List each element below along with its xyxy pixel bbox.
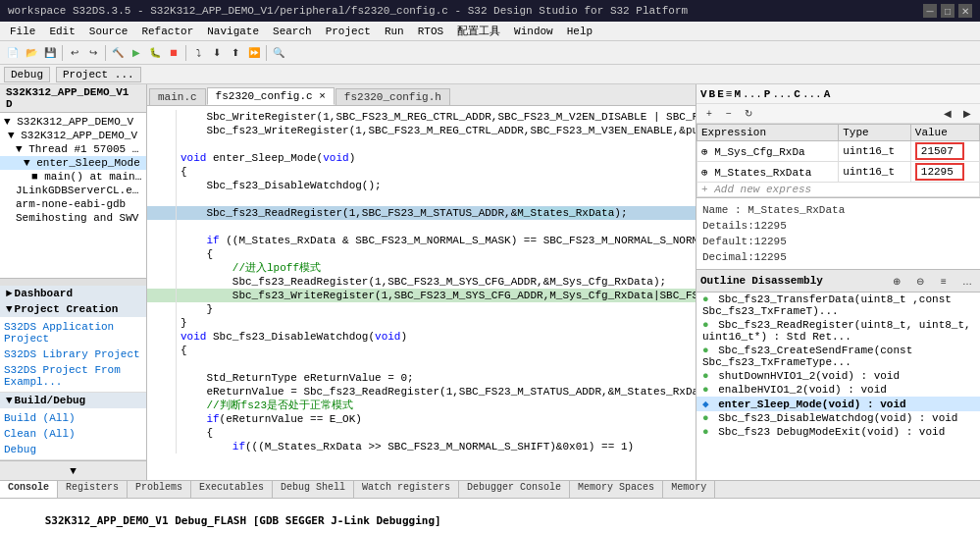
btab-memory-spaces[interactable]: Memory Spaces — [570, 481, 663, 498]
outline-dot-7: ● — [702, 426, 709, 438]
project-tab[interactable]: Project ... — [56, 67, 141, 82]
debug-btn[interactable]: 🐛 — [146, 44, 164, 62]
menu-search[interactable]: Search — [267, 25, 318, 38]
minimize-button[interactable]: ─ — [923, 4, 937, 18]
right-p-label: P — [764, 88, 771, 100]
dashboard-header[interactable]: ► Dashboard — [0, 286, 146, 301]
left-panel-expand[interactable]: ▼ — [0, 460, 146, 480]
outline-btn-2[interactable]: ⊖ — [911, 272, 929, 290]
tab-fs2320-config-c[interactable]: fs2320_config.c × — [207, 87, 335, 105]
project-tree-title: S32K312_APP_DEMO_V1 D — [6, 86, 140, 110]
btab-console[interactable]: Console — [0, 481, 58, 498]
btab-problems[interactable]: Problems — [128, 481, 191, 498]
outline-btn-1[interactable]: ⊕ — [888, 272, 905, 290]
nav-example-project[interactable]: S32DS Project From Exampl... — [0, 362, 146, 390]
bottom-panel: Console Registers Problems Executables D… — [0, 480, 980, 533]
tree-item-1[interactable]: ▼ S32K312_APP_DEMO_V — [0, 129, 146, 142]
window-controls[interactable]: ─ □ ✕ — [923, 4, 972, 18]
outline-list: ● Sbc_fs23_TransferData(uint8_t ,const S… — [696, 293, 980, 480]
stop-btn[interactable]: ⏹ — [165, 44, 182, 62]
tab-fs2320-config-h[interactable]: fs2320_config.h — [335, 88, 450, 105]
btab-watch-reg[interactable]: Watch registers — [354, 481, 459, 498]
bottom-tab-bar: Console Registers Problems Executables D… — [0, 481, 980, 499]
nav-lib-project[interactable]: S32DS Library Project — [0, 346, 146, 362]
tree-item-gdb[interactable]: arm-none-eabi-gdb — [0, 197, 146, 211]
run-btn[interactable]: ▶ — [128, 44, 145, 62]
outline-btn-4[interactable]: … — [958, 272, 976, 290]
menu-help[interactable]: Help — [561, 25, 598, 38]
nav-clean-all[interactable]: Clean (All) — [0, 426, 146, 442]
btab-memory[interactable]: Memory — [663, 481, 715, 498]
expr-row-add[interactable]: + Add new express — [697, 183, 980, 197]
right-refresh-btn[interactable]: ↻ — [740, 105, 757, 123]
btab-debug-shell[interactable]: Debug Shell — [273, 481, 354, 498]
btab-debugger-console[interactable]: Debugger Console — [459, 481, 570, 498]
tab-main-c[interactable]: main.c — [149, 88, 206, 105]
menu-config-tools[interactable]: 配置工具 — [451, 23, 506, 39]
search-toolbar-btn[interactable]: 🔍 — [270, 44, 287, 62]
open-btn[interactable]: 📂 — [23, 44, 40, 62]
nav-app-project[interactable]: S32DS Application Project — [0, 319, 146, 346]
close-button[interactable]: ✕ — [958, 4, 972, 18]
tree-item-2[interactable]: ▼ Thread #1 57005 (Su — [0, 142, 146, 156]
debug-tab[interactable]: Debug — [4, 67, 50, 82]
outline-title[interactable]: Outline — [700, 275, 746, 287]
outline-item-1[interactable]: ● Sbc_fs23_ReadRegister(uint8_t, uint8_t… — [696, 318, 980, 344]
disassembly-title[interactable]: Disassembly — [751, 275, 823, 287]
right-remove-btn[interactable]: − — [720, 105, 738, 123]
right-collapse-btn[interactable]: ◀ — [939, 105, 956, 123]
tree-item-jlink[interactable]: JLinkGDBServerCL.e... — [0, 184, 146, 197]
step-into-btn[interactable]: ⬇ — [208, 44, 226, 62]
menu-refactor[interactable]: Refactor — [135, 25, 199, 38]
right-panel-toolbar: V B E ≡ M ... P ... C ... A — [696, 84, 980, 104]
project-creation-header[interactable]: ▼ Project Creation — [0, 301, 146, 317]
outline-item-2[interactable]: ● Sbc_fs23_CreateSendFrame(const Sbc_fs2… — [696, 344, 980, 369]
outline-item-7[interactable]: ● Sbc_fs23 DebugModeExit(void) : void — [696, 425, 980, 439]
outline-item-enter-sleep[interactable]: ◆ enter_Sleep_Mode(void) : void — [696, 397, 980, 411]
save-btn[interactable]: 💾 — [41, 44, 59, 62]
tree-item-enter-sleep[interactable]: ▼ enter_Sleep_Mode — [0, 156, 146, 170]
undo-btn[interactable]: ↩ — [66, 44, 83, 62]
right-add-btn[interactable]: + — [700, 105, 718, 123]
nav-build-all[interactable]: Build (All) — [0, 410, 146, 426]
nav-debug[interactable]: Debug — [0, 442, 146, 457]
outline-dot-6: ● — [702, 412, 709, 424]
step-over-btn[interactable]: ⤵ — [189, 44, 207, 62]
outline-item-3[interactable]: ● shutDownHVIO1_2(void) : void — [696, 369, 980, 383]
outline-item-6[interactable]: ● Sbc_fs23_DisableWatchdog(void) : void — [696, 411, 980, 425]
btab-executables[interactable]: Executables — [191, 481, 273, 498]
expr-row-1[interactable]: ⊕ M_States_RxData uint16_t 12295 — [697, 162, 980, 183]
build-debug-header[interactable]: ▼ Build/Debug — [0, 393, 146, 408]
expr-row-0[interactable]: ⊕ M_Sys_Cfg_RxDa uint16_t 21507 — [697, 141, 980, 162]
outline-dot-1: ● — [702, 319, 709, 331]
maximize-button[interactable]: □ — [941, 4, 954, 18]
console-output[interactable]: S32K312_APP_DEMO_V1 Debug_FLASH [GDB SEG… — [0, 499, 980, 533]
menu-run[interactable]: Run — [379, 25, 410, 38]
code-line-23: if(eReturnValue == E_OK) — [147, 412, 696, 426]
new-file-btn[interactable]: 📄 — [4, 44, 22, 62]
right-expand-btn[interactable]: ▶ — [958, 105, 976, 123]
expr-add-new[interactable]: + Add new express — [697, 183, 980, 197]
menu-source[interactable]: Source — [83, 25, 134, 38]
expr-value-box-0: 21507 — [915, 142, 964, 160]
tree-item-0[interactable]: ▼ S32K312_APP_DEMO_V — [0, 115, 146, 129]
btab-registers[interactable]: Registers — [58, 481, 128, 498]
menu-edit[interactable]: Edit — [43, 25, 80, 38]
menu-navigate[interactable]: Navigate — [201, 25, 265, 38]
outline-btn-3[interactable]: ≡ — [935, 272, 953, 290]
menu-rtos[interactable]: RTOS — [412, 25, 449, 38]
outline-item-0[interactable]: ● Sbc_fs23_TransferData(uint8_t ,const S… — [696, 293, 980, 318]
redo-btn[interactable]: ↪ — [84, 44, 102, 62]
menu-project[interactable]: Project — [320, 25, 377, 38]
tree-scrollbar[interactable] — [0, 278, 146, 286]
tree-item-main[interactable]: ■ main() at main.c:1 — [0, 170, 146, 184]
code-editor[interactable]: Sbc_WriteRegister(1,SBC_FS23_M_REG_CTRL_… — [147, 106, 696, 480]
resume-btn[interactable]: ⏩ — [245, 44, 263, 62]
menu-file[interactable]: File — [4, 25, 41, 38]
tree-item-semi[interactable]: Semihosting and SWV — [0, 211, 146, 225]
build-btn[interactable]: 🔨 — [109, 44, 127, 62]
step-return-btn[interactable]: ⬆ — [227, 44, 244, 62]
outline-item-4[interactable]: ● enalbeHVIO1_2(void) : void — [696, 383, 980, 397]
main-toolbar: 📄 📂 💾 ↩ ↪ 🔨 ▶ 🐛 ⏹ ⤵ ⬇ ⬆ ⏩ 🔍 — [0, 41, 980, 65]
menu-window[interactable]: Window — [508, 25, 559, 38]
